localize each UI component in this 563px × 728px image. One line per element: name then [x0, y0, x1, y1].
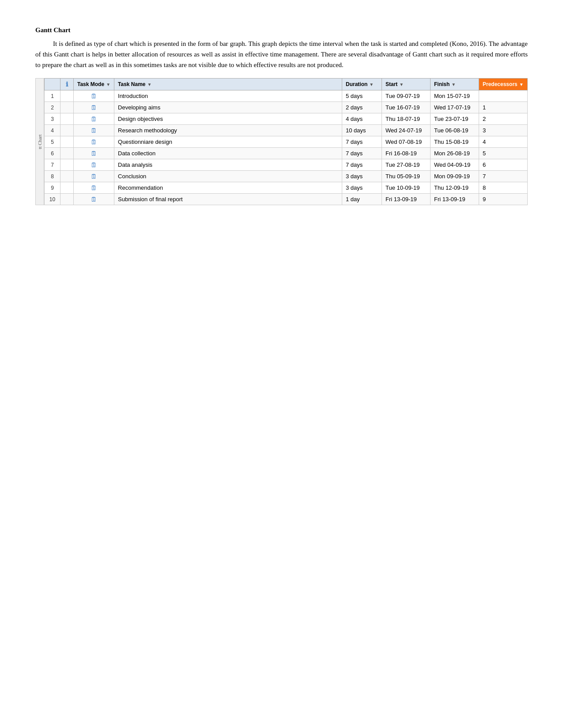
col-header-start[interactable]: Start ▼ — [382, 79, 431, 90]
cell-predecessors: 2 — [479, 113, 528, 125]
task-mode-icon: 🗓 — [91, 184, 97, 191]
cell-finish: Thu 12-09-19 — [431, 182, 479, 194]
cell-info — [60, 102, 74, 113]
cell-info — [60, 148, 74, 159]
task-mode-icon: 🗓 — [91, 127, 97, 134]
cell-num: 3 — [45, 113, 60, 125]
col-taskname-label: Task Name — [118, 81, 145, 87]
cell-num: 5 — [45, 136, 60, 148]
col-header-predecessors[interactable]: Predecessors ▼ — [479, 79, 528, 90]
cell-duration: 7 days — [342, 159, 382, 171]
cell-info — [60, 171, 74, 182]
table-row: 5🗓Questionniare design7 daysWed 07-08-19… — [45, 136, 528, 148]
col-mode-label: Task Mode — [77, 81, 104, 87]
cell-task-name: Data collection — [114, 148, 342, 159]
cell-predecessors: 5 — [479, 148, 528, 159]
cell-info — [60, 194, 74, 205]
cell-task-name: Submission of final report — [114, 194, 342, 205]
cell-start: Fri 16-08-19 — [382, 148, 431, 159]
cell-info — [60, 113, 74, 125]
cell-num: 1 — [45, 90, 60, 102]
cell-task-mode: 🗓 — [74, 113, 114, 125]
section-heading: Gantt Chart — [35, 26, 528, 34]
cell-start: Wed 24-07-19 — [382, 125, 431, 136]
sort-arrow-mode: ▼ — [106, 82, 110, 87]
col-header-finish[interactable]: Finish ▼ — [431, 79, 479, 90]
task-mode-icon: 🗓 — [91, 104, 97, 111]
cell-task-name: Data analysis — [114, 159, 342, 171]
col-header-info: ℹ — [60, 79, 74, 90]
body-paragraph: It is defined as type of chart which is … — [35, 38, 528, 70]
table-row: 6🗓Data collection7 daysFri 16-08-19Mon 2… — [45, 148, 528, 159]
cell-num: 10 — [45, 194, 60, 205]
task-mode-icon: 🗓 — [91, 161, 97, 169]
cell-task-name: Developing aims — [114, 102, 342, 113]
cell-info — [60, 90, 74, 102]
cell-predecessors: 1 — [479, 102, 528, 113]
cell-start: Wed 07-08-19 — [382, 136, 431, 148]
cell-start: Tue 27-08-19 — [382, 159, 431, 171]
cell-duration: 3 days — [342, 182, 382, 194]
table-row: 8🗓Conclusion3 daysThu 05-09-19Mon 09-09-… — [45, 171, 528, 182]
table-row: 3🗓Design objectives4 daysThu 18-07-19Tue… — [45, 113, 528, 125]
cell-task-mode: 🗓 — [74, 102, 114, 113]
cell-finish: Mon 26-08-19 — [431, 148, 479, 159]
cell-task-name: Conclusion — [114, 171, 342, 182]
cell-task-name: Recommendation — [114, 182, 342, 194]
cell-task-mode: 🗓 — [74, 194, 114, 205]
cell-predecessors: 7 — [479, 171, 528, 182]
cell-duration: 1 day — [342, 194, 382, 205]
table-row: 10🗓Submission of final report1 dayFri 13… — [45, 194, 528, 205]
cell-duration: 7 days — [342, 136, 382, 148]
sort-arrow-finish: ▼ — [451, 82, 456, 87]
cell-finish: Mon 09-09-19 — [431, 171, 479, 182]
table-row: 7🗓Data analysis7 daysTue 27-08-19Wed 04-… — [45, 159, 528, 171]
cell-start: Tue 09-07-19 — [382, 90, 431, 102]
gantt-table: ℹ Task Mode ▼ Task Name ▼ Durat — [44, 78, 528, 205]
sort-arrow-taskname: ▼ — [147, 82, 152, 87]
cell-num: 8 — [45, 171, 60, 182]
cell-finish: Tue 23-07-19 — [431, 113, 479, 125]
table-row: 2🗓Developing aims2 daysTue 16-07-19Wed 1… — [45, 102, 528, 113]
table-row: 4🗓Research methodology10 daysWed 24-07-1… — [45, 125, 528, 136]
cell-duration: 2 days — [342, 102, 382, 113]
col-finish-label: Finish — [434, 81, 450, 87]
sort-arrow-duration: ▼ — [369, 82, 374, 87]
task-mode-icon: 🗓 — [91, 195, 97, 203]
cell-start: Tue 10-09-19 — [382, 182, 431, 194]
cell-task-name: Research methodology — [114, 125, 342, 136]
cell-num: 6 — [45, 148, 60, 159]
table-header-row: ℹ Task Mode ▼ Task Name ▼ Durat — [45, 79, 528, 90]
table-row: 1🗓Introduction5 daysTue 09-07-19Mon 15-0… — [45, 90, 528, 102]
task-mode-icon: 🗓 — [91, 92, 97, 100]
col-duration-label: Duration — [346, 81, 367, 87]
cell-info — [60, 136, 74, 148]
col-header-duration[interactable]: Duration ▼ — [342, 79, 382, 90]
cell-duration: 10 days — [342, 125, 382, 136]
cell-predecessors: 8 — [479, 182, 528, 194]
cell-predecessors: 6 — [479, 159, 528, 171]
task-mode-icon: 🗓 — [91, 173, 97, 180]
gantt-wrapper: tt Chart ℹ Task Mode ▼ Task Name ▼ — [35, 78, 528, 205]
cell-task-mode: 🗓 — [74, 136, 114, 148]
cell-start: Tue 16-07-19 — [382, 102, 431, 113]
cell-num: 4 — [45, 125, 60, 136]
cell-predecessors — [479, 90, 528, 102]
cell-finish: Mon 15-07-19 — [431, 90, 479, 102]
col-header-mode[interactable]: Task Mode ▼ — [74, 79, 114, 90]
task-mode-icon: 🗓 — [91, 150, 97, 157]
cell-predecessors: 3 — [479, 125, 528, 136]
sort-arrow-start: ▼ — [399, 82, 404, 87]
cell-finish: Fri 13-09-19 — [431, 194, 479, 205]
cell-task-mode: 🗓 — [74, 171, 114, 182]
task-mode-icon: 🗓 — [91, 115, 97, 123]
col-header-taskname[interactable]: Task Name ▼ — [114, 79, 342, 90]
cell-task-mode: 🗓 — [74, 182, 114, 194]
cell-start: Thu 18-07-19 — [382, 113, 431, 125]
cell-duration: 4 days — [342, 113, 382, 125]
cell-num: 2 — [45, 102, 60, 113]
cell-duration: 5 days — [342, 90, 382, 102]
cell-info — [60, 125, 74, 136]
cell-task-mode: 🗓 — [74, 90, 114, 102]
col-header-num — [45, 79, 60, 90]
